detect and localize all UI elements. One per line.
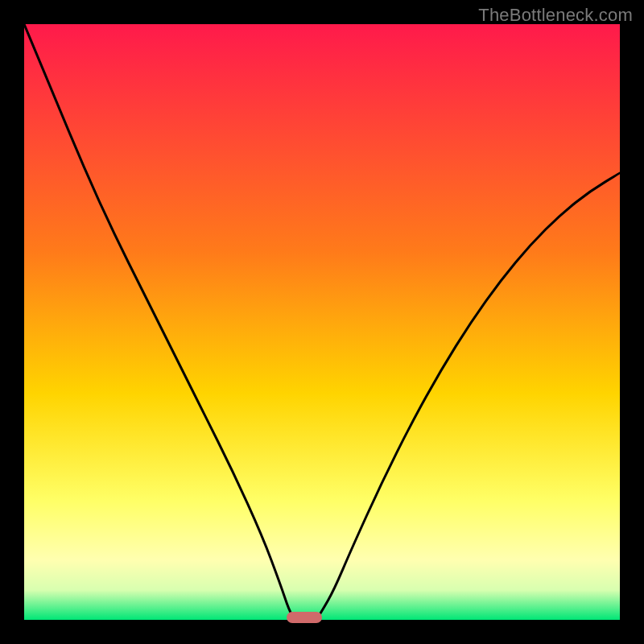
- watermark-text: TheBottleneck.com: [478, 5, 633, 26]
- chart-frame: [24, 24, 620, 620]
- bottleneck-marker: [287, 612, 322, 623]
- chart-plot-area: [24, 24, 620, 620]
